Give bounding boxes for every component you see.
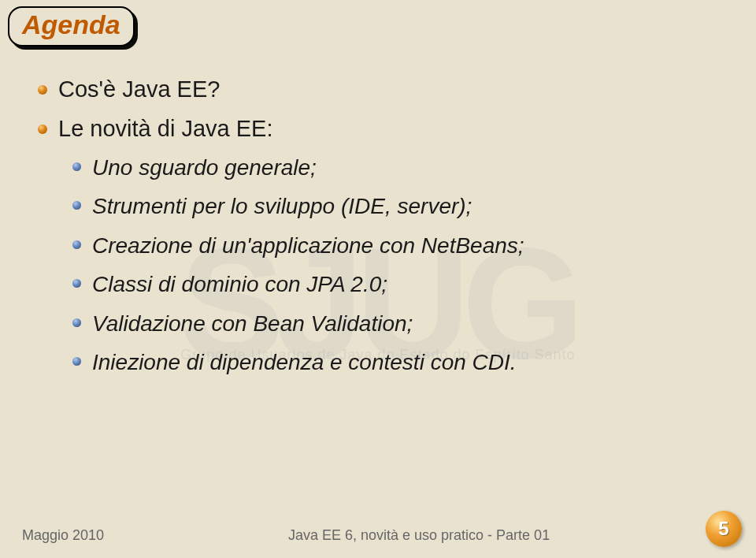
list-item: Validazione con Bean Validation; bbox=[72, 307, 756, 340]
title-box: Agenda bbox=[8, 6, 135, 46]
bullet-icon bbox=[72, 357, 81, 366]
list-item: Cos'è Java EE? bbox=[38, 73, 756, 107]
list-item: Strumenti per lo sviluppo (IDE, server); bbox=[72, 189, 756, 223]
list-item: Creazione di un'applicazione con NetBean… bbox=[72, 229, 756, 262]
bullet-text: Le novità di Java EE: bbox=[58, 112, 272, 147]
bullet-icon bbox=[72, 318, 81, 327]
slide-title: Agenda bbox=[22, 9, 120, 39]
bullet-icon bbox=[72, 279, 81, 288]
bullet-text: Uno sguardo generale; bbox=[92, 151, 317, 184]
bullet-icon bbox=[72, 162, 81, 171]
content-area: Cos'è Java EE? Le novità di Java EE: Uno… bbox=[38, 73, 756, 379]
bullet-text: Classi di dominio con JPA 2.0; bbox=[92, 267, 387, 301]
bullet-icon bbox=[72, 240, 81, 249]
list-item: Classi di dominio con JPA 2.0; bbox=[72, 267, 756, 301]
bullet-text: Creazione di un'applicazione con NetBean… bbox=[92, 229, 524, 262]
footer-date: Maggio 2010 bbox=[22, 527, 104, 544]
sub-list: Uno sguardo generale; Strumenti per lo s… bbox=[72, 151, 756, 379]
footer-title: Java EE 6, novità e uso pratico - Parte … bbox=[104, 527, 734, 544]
bullet-text: Strumenti per lo sviluppo (IDE, server); bbox=[92, 189, 472, 223]
bullet-text: Validazione con Bean Validation; bbox=[92, 307, 413, 340]
bullet-icon bbox=[38, 85, 47, 95]
footer: Maggio 2010 Java EE 6, novità e uso prat… bbox=[0, 527, 756, 544]
list-item: Uno sguardo generale; bbox=[72, 151, 756, 184]
page-badge: 5 bbox=[706, 511, 742, 547]
list-item: Le novità di Java EE: bbox=[38, 112, 756, 147]
list-item: Iniezione di dipendenza e contesti con C… bbox=[72, 345, 756, 379]
bullet-icon bbox=[72, 201, 81, 210]
page-number: 5 bbox=[718, 518, 728, 540]
bullet-icon bbox=[38, 125, 47, 134]
bullet-text: Cos'è Java EE? bbox=[58, 73, 220, 107]
slide: SJUG Grupo de Usuarios de Java do Estado… bbox=[0, 0, 756, 558]
bullet-text: Iniezione di dipendenza e contesti con C… bbox=[92, 345, 517, 379]
